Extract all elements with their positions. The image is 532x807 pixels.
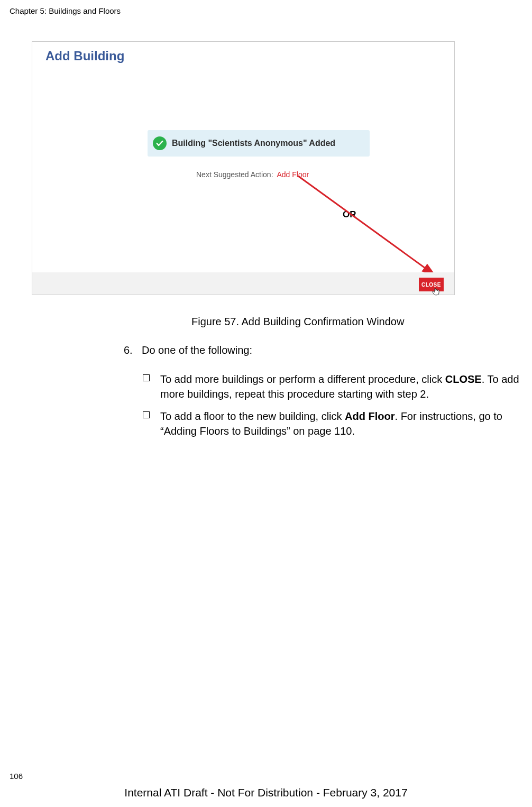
list-item: To add more buildings or perform a diffe… — [143, 372, 524, 401]
bullet-marker-icon — [143, 374, 150, 381]
chapter-header: Chapter 5: Buildings and Floors — [10, 6, 121, 15]
next-action-label: Next Suggested Action: — [196, 170, 273, 179]
step-text: Do one of the following: — [142, 344, 252, 356]
svg-line-1 — [298, 176, 435, 275]
figure-screenshot: Add Building Building "Scientists Anonym… — [32, 41, 455, 295]
footer-watermark: Internal ATI Draft - Not For Distributio… — [0, 786, 532, 799]
annotation-arrow-icon — [296, 171, 449, 285]
dialog-title: Add Building — [45, 49, 124, 63]
confirmation-message: Building "Scientists Anonymous" Added — [172, 139, 335, 148]
bullet-list: To add more buildings or perform a diffe… — [143, 372, 524, 446]
dialog-footer-bar: CLOSE — [32, 272, 454, 295]
bullet-text: To add more buildings or perform a diffe… — [160, 372, 524, 401]
bullet-marker-icon — [143, 411, 150, 418]
figure-caption: Figure 57. Add Building Confirmation Win… — [191, 316, 404, 328]
success-check-icon — [153, 136, 167, 150]
bullet-text: To add a floor to the new building, clic… — [160, 409, 524, 438]
confirmation-banner: Building "Scientists Anonymous" Added — [148, 130, 370, 157]
list-item: To add a floor to the new building, clic… — [143, 409, 524, 438]
step-number: 6. — [124, 344, 133, 356]
page-number: 106 — [10, 772, 23, 781]
next-action-row: Next Suggested Action: Add Floor — [196, 170, 309, 179]
cursor-hand-icon — [431, 286, 441, 297]
